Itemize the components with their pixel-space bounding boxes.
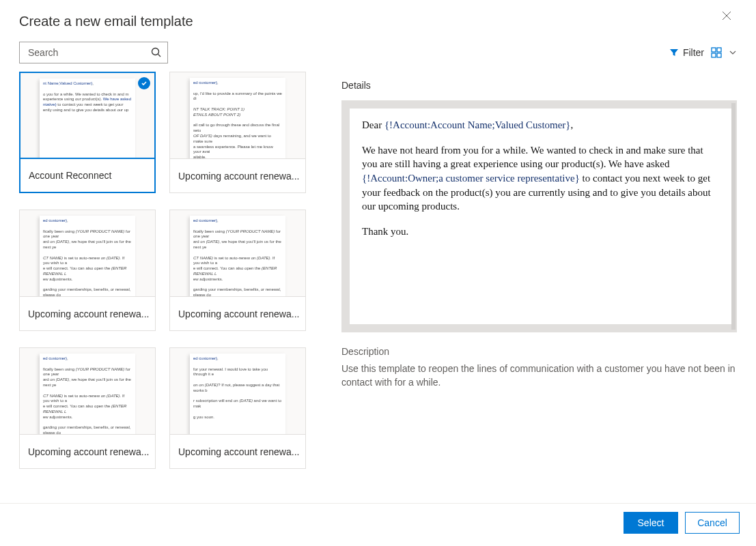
search-input[interactable] xyxy=(28,47,151,58)
selected-badge xyxy=(138,77,150,89)
svg-point-0 xyxy=(152,48,159,55)
select-button[interactable]: Select xyxy=(624,512,678,534)
thumbnail-preview: ed customer}, fically been using (YOUR P… xyxy=(40,216,135,297)
close-button[interactable] xyxy=(716,8,737,23)
thumbnail-preview: ed customer}, fically been using (YOUR P… xyxy=(190,216,285,297)
close-icon xyxy=(722,11,731,20)
details-panel: Details Dear {!Account:Account Name;Valu… xyxy=(325,72,756,503)
toolbar: Filter xyxy=(0,33,756,72)
preview-body: We have not heard from you for a while. … xyxy=(362,143,719,214)
details-heading: Details xyxy=(341,80,737,91)
svg-rect-4 xyxy=(712,53,716,57)
filter-button[interactable]: Filter xyxy=(669,47,704,58)
card-thumbnail: ed customer}, fically been using (YOUR P… xyxy=(19,347,156,435)
thumbnail-preview: nt Name;Valued Customer}, o you for a wh… xyxy=(40,78,135,159)
card-label: Upcoming account renewa... xyxy=(169,435,306,469)
card-thumbnail: ed customer}, fically been using (YOUR P… xyxy=(19,210,156,297)
card-label: Upcoming account renewa... xyxy=(169,159,306,193)
chevron-down-icon[interactable] xyxy=(729,48,737,57)
dialog-footer: Select Cancel xyxy=(0,503,756,546)
template-card[interactable]: ed customer}, up, I'd like to provide a … xyxy=(169,72,306,193)
description-text: Use this template to reopen the lines of… xyxy=(341,362,737,389)
thumbnail-preview: ed customer}, fically been using (YOUR P… xyxy=(40,354,135,435)
preview-closing: Thank you. xyxy=(362,225,719,239)
thumbnail-preview: ed customer}, up, I'd like to provide a … xyxy=(190,78,285,159)
template-card[interactable]: ed customer}, fically been using (YOUR P… xyxy=(19,347,156,469)
template-grid[interactable]: nt Name;Valued Customer}, o you for a wh… xyxy=(19,72,325,503)
preview-scrollbar[interactable] xyxy=(731,103,736,330)
cancel-button[interactable]: Cancel xyxy=(685,512,740,534)
dialog-root: Create a new email template Filter xyxy=(0,0,756,546)
card-thumbnail: ed customer}, fically been using (YOUR P… xyxy=(169,210,306,297)
right-toolbar: Filter xyxy=(669,47,737,58)
dialog-header: Create a new email template xyxy=(0,0,756,33)
template-card[interactable]: ed customer}, fically been using (YOUR P… xyxy=(169,210,306,331)
card-thumbnail: ed customer}, up, I'd like to provide a … xyxy=(169,72,306,159)
svg-rect-5 xyxy=(717,53,721,57)
description-heading: Description xyxy=(341,346,737,357)
card-label: Account Reconnect xyxy=(19,159,156,193)
grid-view-icon[interactable] xyxy=(711,47,722,58)
filter-label: Filter xyxy=(683,47,704,58)
card-label: Upcoming account renewa... xyxy=(19,297,156,331)
dialog-title: Create a new email template xyxy=(19,14,193,29)
thumbnail-preview: ed customer}, for your renewal. I would … xyxy=(190,354,285,435)
checkmark-icon xyxy=(141,80,148,87)
card-thumbnail: nt Name;Valued Customer}, o you for a wh… xyxy=(19,72,156,159)
template-card[interactable]: ed customer}, fically been using (YOUR P… xyxy=(19,210,156,331)
cards-grid: nt Name;Valued Customer}, o you for a wh… xyxy=(19,72,320,483)
search-icon xyxy=(151,47,162,58)
svg-rect-2 xyxy=(712,48,716,52)
template-card[interactable]: nt Name;Valued Customer}, o you for a wh… xyxy=(19,72,156,193)
search-box[interactable] xyxy=(19,42,168,63)
svg-rect-3 xyxy=(717,48,721,52)
preview-content: Dear {!Account:Account Name;Valued Custo… xyxy=(350,109,731,324)
main-area: nt Name;Valued Customer}, o you for a wh… xyxy=(0,72,756,503)
card-thumbnail: ed customer}, for your renewal. I would … xyxy=(169,347,306,435)
template-card[interactable]: ed customer}, for your renewal. I would … xyxy=(169,347,306,469)
preview-greeting: Dear {!Account:Account Name;Valued Custo… xyxy=(362,118,719,132)
svg-line-1 xyxy=(158,55,161,57)
card-label: Upcoming account renewa... xyxy=(169,297,306,331)
filter-icon xyxy=(669,48,679,57)
card-label: Upcoming account renewa... xyxy=(19,435,156,469)
preview-box: Dear {!Account:Account Name;Valued Custo… xyxy=(341,100,737,332)
